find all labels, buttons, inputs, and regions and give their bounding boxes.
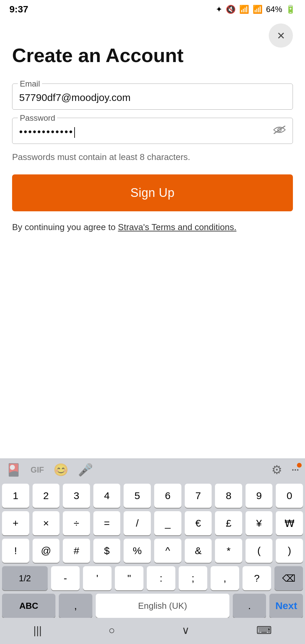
key-exclaim[interactable]: ! <box>2 539 29 563</box>
mic-icon[interactable]: 🎤 <box>78 463 93 477</box>
password-hint: Passwords must contain at least 8 charac… <box>12 152 293 162</box>
email-value: 57790df7@moodjoy.com <box>19 89 286 105</box>
email-label: Email <box>18 79 42 89</box>
key-question[interactable]: ? <box>243 566 271 590</box>
key-ampersand[interactable]: & <box>185 539 212 563</box>
key-3[interactable]: 3 <box>63 484 90 508</box>
close-icon: ✕ <box>277 30 285 42</box>
battery-text: 64% <box>266 5 282 14</box>
nav-keyboard-button[interactable]: ⌨ <box>256 624 272 637</box>
bottom-row: ABC , English (UK) . Next <box>2 594 303 618</box>
battery-icon: 🔋 <box>286 5 296 14</box>
key-1[interactable]: 1 <box>2 484 29 508</box>
key-multiply[interactable]: × <box>33 511 60 535</box>
gear-icon[interactable]: ⚙ <box>271 463 282 477</box>
key-comma[interactable]: , <box>59 594 92 618</box>
key-slash[interactable]: / <box>124 511 151 535</box>
special-row: 1/2 - ' " : ; , ? ⌫ <box>2 566 303 590</box>
wifi-icon: 📶 <box>239 5 249 14</box>
terms-prefix: By continuing you agree to <box>12 222 118 232</box>
key-0[interactable]: 0 <box>276 484 303 508</box>
keyboard: 1 2 3 4 5 6 7 8 9 0 + × ÷ = / _ € £ ¥ ₩ … <box>0 481 305 618</box>
password-dots: •••••••••••• <box>19 123 75 139</box>
signup-button[interactable]: Sign Up <box>12 174 293 211</box>
key-plus[interactable]: + <box>2 511 29 535</box>
key-next[interactable]: Next <box>269 594 303 618</box>
key-pound[interactable]: £ <box>215 511 242 535</box>
password-row: •••••••••••• <box>19 123 286 139</box>
nav-home-button[interactable]: ○ <box>108 624 115 637</box>
key-underscore[interactable]: _ <box>154 511 181 535</box>
key-semicolon[interactable]: ; <box>179 566 207 590</box>
symbol-row-2: ! @ # $ % ^ & * ( ) <box>2 539 303 563</box>
nav-back-button[interactable]: ||| <box>33 624 42 637</box>
status-icons: ✦ 🔇 📶 📶 64% 🔋 <box>216 5 296 14</box>
key-half[interactable]: 1/2 <box>2 566 48 590</box>
key-comma2[interactable]: , <box>211 566 239 590</box>
key-divide[interactable]: ÷ <box>63 511 90 535</box>
signal-icon: 📶 <box>253 5 263 14</box>
key-backspace[interactable]: ⌫ <box>274 566 303 590</box>
key-colon[interactable]: : <box>147 566 175 590</box>
key-hash[interactable]: # <box>63 539 90 563</box>
main-content: ✕ Create an Account Email 57790df7@moodj… <box>0 17 305 459</box>
terms-link[interactable]: Strava's Terms and conditions. <box>118 222 236 232</box>
toggle-password-icon[interactable] <box>273 124 286 137</box>
text-cursor <box>74 127 75 138</box>
key-percent[interactable]: % <box>124 539 151 563</box>
key-quote[interactable]: " <box>115 566 143 590</box>
key-apostrophe[interactable]: ' <box>83 566 112 590</box>
key-5[interactable]: 5 <box>124 484 151 508</box>
key-9[interactable]: 9 <box>246 484 273 508</box>
password-label: Password <box>18 113 57 123</box>
key-6[interactable]: 6 <box>154 484 181 508</box>
email-field-wrapper[interactable]: Email 57790df7@moodjoy.com <box>12 84 293 110</box>
key-space[interactable]: English (UK) <box>96 594 229 618</box>
key-8[interactable]: 8 <box>215 484 242 508</box>
key-4[interactable]: 4 <box>93 484 121 508</box>
more-icon[interactable]: ··· <box>292 465 299 475</box>
key-euro[interactable]: € <box>185 511 212 535</box>
key-caret[interactable]: ^ <box>154 539 181 563</box>
key-openparen[interactable]: ( <box>246 539 273 563</box>
nav-recents-button[interactable]: ∨ <box>182 624 189 637</box>
page-title: Create an Account <box>12 44 293 67</box>
key-7[interactable]: 7 <box>185 484 212 508</box>
key-dollar[interactable]: $ <box>93 539 121 563</box>
mute-icon: 🔇 <box>226 5 236 14</box>
symbol-row-1: + × ÷ = / _ € £ ¥ ₩ <box>2 511 303 535</box>
password-field-wrapper[interactable]: Password •••••••••••• <box>12 118 293 144</box>
time: 9:37 <box>9 4 28 15</box>
keyboard-toolbar: 🎴 GIF 😊 🎤 ⚙ ··· <box>0 459 305 481</box>
email-field-group: Email 57790df7@moodjoy.com <box>12 84 293 110</box>
key-won[interactable]: ₩ <box>276 511 303 535</box>
status-bar: 9:37 ✦ 🔇 📶 📶 64% 🔋 <box>0 0 305 17</box>
key-yen[interactable]: ¥ <box>246 511 273 535</box>
number-row: 1 2 3 4 5 6 7 8 9 0 <box>2 484 303 508</box>
key-equals[interactable]: = <box>93 511 121 535</box>
terms-text: By continuing you agree to Strava's Term… <box>12 221 293 234</box>
gif-button[interactable]: GIF <box>31 465 44 475</box>
password-field-group: Password •••••••••••• <box>12 118 293 144</box>
key-2[interactable]: 2 <box>33 484 60 508</box>
key-period[interactable]: . <box>233 594 266 618</box>
key-dash[interactable]: - <box>51 566 80 590</box>
notification-dot <box>297 463 302 468</box>
close-button[interactable]: ✕ <box>269 23 293 48</box>
sticker-icon[interactable]: 🎴 <box>6 463 21 477</box>
bluetooth-icon: ✦ <box>216 5 222 14</box>
emoji-icon[interactable]: 😊 <box>53 463 69 477</box>
key-at[interactable]: @ <box>33 539 60 563</box>
bottom-nav: ||| ○ ∨ ⌨ <box>0 618 305 644</box>
key-asterisk[interactable]: * <box>215 539 242 563</box>
key-abc[interactable]: ABC <box>2 594 55 618</box>
key-closeparen[interactable]: ) <box>276 539 303 563</box>
